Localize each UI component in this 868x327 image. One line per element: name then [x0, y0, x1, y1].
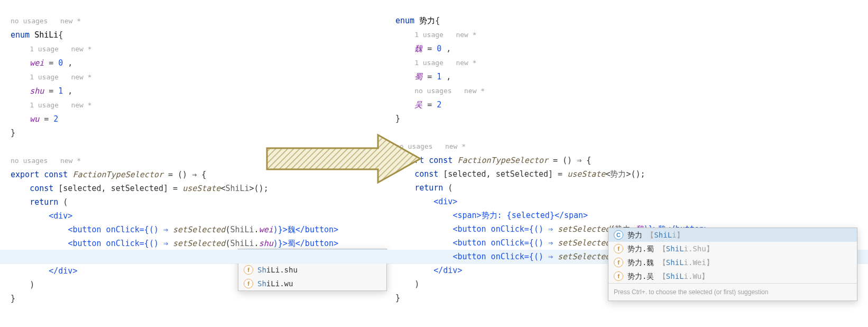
autocomplete-item[interactable]: f势力.魏 【ShiLi.Wei】	[608, 256, 857, 269]
eq: =	[168, 184, 182, 193]
open-paren: (	[443, 183, 453, 193]
dot: .	[254, 225, 259, 234]
close-paren: )	[30, 280, 34, 289]
enum-name: ShiLi	[34, 30, 58, 40]
autocomplete-item[interactable]: f势力.吴 【ShiLi.Wu】	[608, 269, 857, 283]
set-selected: setSelected	[558, 238, 610, 248]
button-line: <button onClick={() ⇒	[453, 238, 558, 248]
field-icon: f	[244, 279, 253, 288]
component-name: FactionTypeSelector	[72, 170, 163, 179]
usage-hint: no usages new *	[11, 17, 81, 25]
generic-type: ShiLi	[225, 184, 249, 193]
div-open: <div>	[433, 197, 457, 206]
button-line: <button onClick={() ⇒	[453, 224, 558, 234]
usage-hint: 1 usage new *	[30, 101, 91, 109]
kw-const: const	[414, 169, 438, 179]
tail: ();	[631, 169, 645, 179]
set-selected: setSelected	[558, 224, 610, 234]
autocomplete-label: 势力.吴 【ShiLi.Wu】	[627, 270, 709, 283]
usage-hint: no usages new *	[395, 142, 466, 150]
usage-hint: no usages new *	[414, 87, 485, 95]
div-close: </div>	[433, 266, 462, 275]
autocomplete-item[interactable]: fShiLi.wu	[238, 277, 386, 290]
kw-const: const	[429, 156, 453, 165]
eq: =	[553, 169, 567, 179]
button-line: <button onClick={() ⇒	[68, 239, 173, 248]
arrow-fn: () ⇒ {	[178, 170, 206, 179]
close-paren: )	[414, 279, 419, 289]
button-tail: )}>魏</button>	[273, 225, 338, 234]
autocomplete-item[interactable]: fShiLi.shu	[238, 263, 386, 277]
enum-value: 0	[58, 58, 63, 68]
enum-member: wei	[30, 58, 44, 68]
usage-hint: 1 usage new *	[414, 59, 476, 67]
arrow-fn: () ⇒ {	[562, 156, 591, 165]
field-icon: f	[614, 271, 623, 281]
enum-member-ref: shu	[259, 239, 273, 248]
field-icon: f	[614, 244, 623, 253]
autocomplete-footer: Press Ctrl+. to choose the selected (or …	[608, 283, 857, 301]
open-paren: (	[58, 197, 68, 207]
enum-member: 蜀	[414, 72, 422, 81]
autocomplete-label: ShiLi.wu	[257, 277, 293, 290]
enum-member: shu	[30, 86, 44, 96]
kw-const: const	[44, 170, 68, 179]
div-close: </div>	[49, 266, 77, 276]
enum-value: 2	[437, 100, 441, 110]
kw-return: return	[30, 197, 58, 207]
button-line: <button onClick={() ⇒	[453, 252, 558, 261]
autocomplete-popup-right[interactable]: C势力 【ShiLi】f势力.蜀 【ShiLi.Shu】f势力.魏 【ShiLi…	[608, 228, 857, 301]
close-brace: }	[395, 293, 400, 303]
close-brace: }	[11, 294, 15, 303]
dot: .	[254, 239, 259, 248]
enum-member: 吴	[414, 100, 422, 110]
enum-ref: ShiLi	[230, 225, 254, 234]
enum-value: 1	[58, 86, 63, 96]
div-open: <div>	[49, 211, 72, 221]
root: no usages new * enum ShiLi{ 1 usage new …	[0, 0, 868, 327]
span-line: <span>势力: {selected}</span>	[453, 211, 588, 220]
set-selected: setSelected	[173, 225, 225, 234]
enum-member: 魏	[414, 44, 422, 53]
field-icon: f	[614, 258, 623, 267]
kw-enum: enum	[395, 16, 414, 25]
autocomplete-item[interactable]: C势力 【ShiLi】	[608, 228, 857, 242]
set-selected: setSelected	[173, 239, 225, 248]
generic-type: 势力	[610, 169, 626, 179]
autocomplete-label: 势力.魏 【ShiLi.Wei】	[627, 256, 714, 269]
component-name: FactionTypeSelector	[457, 156, 548, 165]
autocomplete-item[interactable]: f势力.蜀 【ShiLi.Shu】	[608, 242, 857, 256]
enum-value: 1	[437, 72, 441, 81]
kw-const: const	[30, 184, 53, 193]
class-icon: C	[614, 230, 623, 240]
autocomplete-label: 势力 【ShiLi】	[627, 229, 684, 241]
destructure: [selected, setSelected]	[443, 169, 553, 179]
usage-hint: no usages new *	[11, 157, 81, 165]
usage-hint: 1 usage new *	[30, 73, 91, 81]
enum-ref: ShiLi	[230, 239, 254, 248]
autocomplete-label: ShiLi.shu	[257, 264, 298, 276]
button-line: <button onClick={() ⇒	[68, 225, 173, 234]
kw-export: export	[395, 156, 424, 165]
tail: ();	[254, 184, 269, 193]
enum-value: 0	[437, 44, 441, 53]
kw-export: export	[11, 170, 39, 179]
usage-hint: 1 usage new *	[30, 45, 91, 53]
usage-hint: 1 usage new *	[414, 31, 476, 39]
enum-value: 2	[53, 114, 58, 124]
use-state-call: useState	[182, 184, 220, 193]
set-selected: setSelected	[558, 252, 610, 261]
use-state-call: useState	[567, 169, 605, 179]
enum-member-ref: wei	[259, 225, 273, 234]
button-tail: )}>蜀</button>	[273, 239, 338, 248]
kw-return: return	[414, 183, 443, 193]
destructure: [selected, setSelected]	[58, 184, 168, 193]
autocomplete-label: 势力.蜀 【ShiLi.Shu】	[627, 242, 714, 255]
kw-enum: enum	[11, 30, 30, 40]
enum-member: wu	[30, 114, 39, 124]
field-icon: f	[244, 265, 253, 275]
enum-name: 势力	[419, 16, 435, 25]
generic-close: >	[250, 184, 254, 193]
